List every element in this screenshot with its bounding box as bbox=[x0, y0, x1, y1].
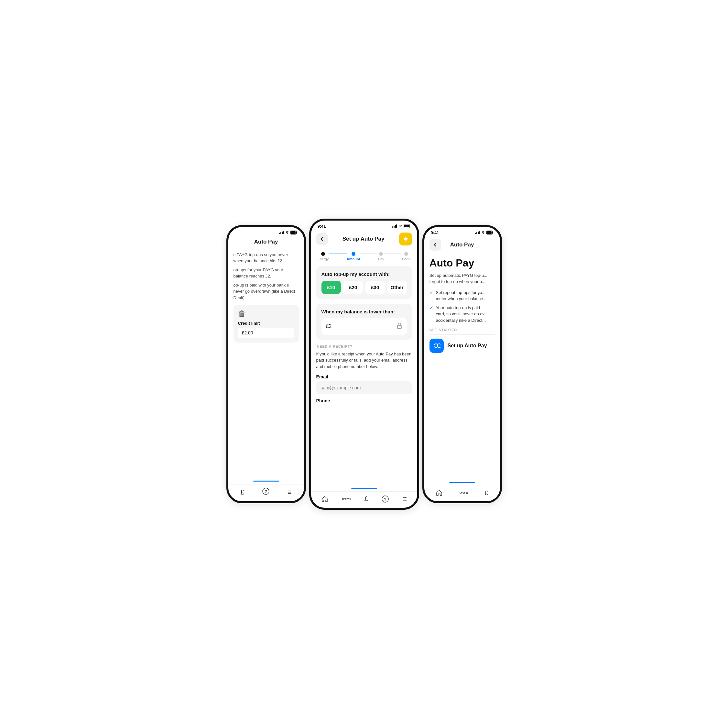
credit-value: £2.00 bbox=[238, 327, 294, 338]
balance-trigger-card: When my balance is lower than: £2 bbox=[316, 304, 412, 340]
progress-stepper: Energy Amount Pay Done bbox=[311, 248, 417, 264]
right-content: Auto Pay Set up automatic PAYG top-u... … bbox=[424, 253, 500, 482]
nav-item-help-center[interactable]: ? bbox=[382, 496, 389, 503]
svg-point-7 bbox=[342, 498, 344, 500]
status-icons-right bbox=[475, 230, 494, 235]
svg-point-15 bbox=[463, 492, 464, 494]
amount-options: £10 £20 £30 Other bbox=[321, 281, 407, 294]
setup-btn-label: Set up Auto Pay bbox=[448, 343, 487, 349]
wifi-icon bbox=[285, 230, 289, 235]
signal-icon-center bbox=[392, 225, 397, 228]
nav-item-home-right[interactable] bbox=[436, 489, 443, 496]
amount-20-button[interactable]: £20 bbox=[343, 281, 363, 294]
step-label-pay: Pay bbox=[378, 257, 384, 261]
nav-item-usage-right[interactable] bbox=[460, 490, 468, 496]
checkmark-icon-2: ✓ bbox=[430, 305, 433, 310]
divider bbox=[430, 334, 495, 335]
amount-10-button[interactable]: £10 bbox=[321, 281, 341, 294]
center-phone: 9:41 bbox=[309, 219, 419, 510]
left-desc2: op-ups for your PAYG your balance reache… bbox=[234, 267, 299, 280]
get-started-label: GET STARTED bbox=[430, 328, 495, 332]
billing-icon-center: £ bbox=[364, 495, 368, 503]
left-nav-title: Auto Pay bbox=[254, 239, 278, 245]
status-icons-center bbox=[392, 224, 411, 228]
left-content: c PAYG top-ups so you never when your ba… bbox=[228, 248, 304, 480]
center-content: Auto top-up my account with: £10 £20 £30… bbox=[311, 264, 417, 488]
bottom-nav-left: £ ? ≡ bbox=[228, 484, 304, 501]
bottom-indicator-center bbox=[351, 488, 377, 489]
step-dot-done bbox=[404, 252, 408, 256]
wifi-icon-right bbox=[481, 230, 485, 235]
nav-header-left: Auto Pay bbox=[228, 236, 304, 248]
status-time-right: 9:41 bbox=[431, 230, 439, 235]
signal-icon-right bbox=[475, 231, 480, 234]
autopay-heading: Auto Pay bbox=[430, 257, 495, 269]
nav-item-billing-right[interactable]: £ bbox=[485, 489, 488, 497]
step-dot-pay bbox=[379, 252, 383, 256]
infinity-icon bbox=[430, 339, 444, 353]
billing-icon: £ bbox=[240, 488, 244, 496]
status-bar-left bbox=[228, 227, 304, 236]
help-icon: ? bbox=[262, 488, 269, 497]
balance-trigger-title: When my balance is lower than: bbox=[321, 309, 407, 314]
battery-icon-center bbox=[404, 224, 411, 228]
receipt-section-label: NEED A RECEIPT? bbox=[316, 344, 412, 348]
check-item-1: ✓ Set repeat top-ups for yo... meter whe… bbox=[430, 289, 495, 302]
setup-autopay-button[interactable]: Set up Auto Pay bbox=[430, 339, 495, 353]
home-icon-right bbox=[436, 489, 443, 496]
nav-item-home[interactable] bbox=[321, 496, 328, 503]
help-icon-center: ? bbox=[382, 496, 389, 503]
back-button-right[interactable] bbox=[430, 239, 441, 251]
bottom-nav-center: £ ? ≡ bbox=[311, 491, 417, 508]
svg-rect-6 bbox=[398, 325, 401, 329]
svg-point-16 bbox=[466, 492, 468, 494]
svg-text:?: ? bbox=[384, 497, 387, 502]
nav-item-usage[interactable] bbox=[342, 496, 350, 502]
credit-limit-label: Credit limit bbox=[238, 321, 294, 326]
auto-topup-title: Auto top-up my account with: bbox=[321, 271, 407, 277]
step-pay: Pay bbox=[378, 252, 384, 261]
svg-text:?: ? bbox=[265, 489, 267, 494]
status-time-center: 9:41 bbox=[318, 224, 326, 229]
checkmark-icon-1: ✓ bbox=[430, 290, 433, 295]
svg-rect-5 bbox=[404, 225, 409, 227]
step-label-energy: Energy bbox=[318, 257, 329, 261]
balance-value: £2 bbox=[326, 323, 332, 329]
nav-item-help[interactable]: ? bbox=[262, 488, 269, 497]
nav-item-billing[interactable]: £ bbox=[240, 488, 244, 496]
nav-header-center: Set up Auto Pay bbox=[311, 230, 417, 248]
billing-icon-right: £ bbox=[485, 489, 488, 497]
svg-point-9 bbox=[349, 498, 350, 500]
step-label-amount: Amount bbox=[347, 257, 360, 261]
lightning-button[interactable] bbox=[399, 232, 412, 245]
status-bar-right: 9:41 bbox=[424, 227, 500, 236]
phone-label: Phone bbox=[316, 398, 412, 403]
step-label-done: Done bbox=[402, 257, 410, 261]
amount-other-button[interactable]: Other bbox=[387, 281, 407, 294]
svg-point-8 bbox=[346, 498, 347, 500]
svg-rect-1 bbox=[291, 231, 295, 234]
nav-item-menu[interactable]: ≡ bbox=[288, 488, 292, 496]
left-phone: Auto Pay c PAYG top-ups so you never whe… bbox=[226, 225, 306, 503]
usage-icon bbox=[342, 496, 350, 502]
balance-field: £2 bbox=[321, 318, 407, 335]
back-button-center[interactable] bbox=[316, 233, 328, 245]
step-amount: Amount bbox=[347, 252, 360, 261]
right-nav-title: Auto Pay bbox=[450, 242, 474, 248]
bottom-nav-right: £ bbox=[424, 486, 500, 501]
nav-item-billing-center[interactable]: £ bbox=[364, 495, 368, 503]
menu-icon: ≡ bbox=[288, 488, 292, 496]
battery-icon-right bbox=[486, 231, 494, 234]
bottom-indicator-right bbox=[449, 482, 475, 483]
check-text-1: Set repeat top-ups for yo... meter when … bbox=[436, 289, 495, 302]
battery-icon bbox=[291, 231, 298, 234]
nav-item-menu-center[interactable]: ≡ bbox=[403, 495, 407, 503]
delete-card: 🗑 Credit limit £2.00 bbox=[234, 305, 299, 343]
svg-point-14 bbox=[460, 492, 461, 494]
step-line-2 bbox=[360, 254, 378, 254]
step-dot-energy bbox=[321, 252, 325, 256]
usage-icon-right bbox=[460, 490, 468, 496]
email-input[interactable] bbox=[316, 381, 412, 394]
bottom-indicator-left bbox=[253, 480, 279, 482]
amount-30-button[interactable]: £30 bbox=[366, 281, 385, 294]
